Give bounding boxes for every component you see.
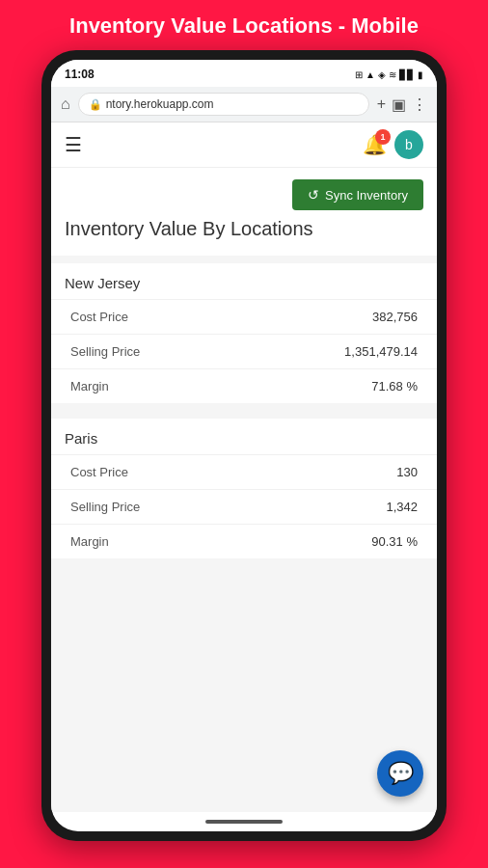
- data-row-nj-cost: Cost Price 382,756: [51, 299, 437, 334]
- data-row-nj-selling: Selling Price 1,351,479.14: [51, 334, 437, 368]
- margin-value-nj: 71.68 %: [371, 379, 418, 393]
- selling-price-label-paris: Selling Price: [70, 500, 140, 514]
- location-name-paris: Paris: [51, 419, 437, 454]
- hamburger-menu-icon[interactable]: ☰: [65, 133, 82, 156]
- lock-icon: 🔒: [89, 98, 102, 111]
- grid-icon: ⊞: [355, 69, 363, 80]
- data-row-paris-selling: Selling Price 1,342: [51, 489, 437, 524]
- cost-price-value-paris: 130: [396, 465, 418, 479]
- location-icon: ◈: [378, 69, 386, 80]
- home-indicator: [205, 820, 283, 824]
- notification-bell-wrapper: 🔔 1: [363, 133, 387, 156]
- location-section-nj: New Jersey Cost Price 382,756 Selling Pr…: [51, 263, 437, 403]
- home-browser-icon[interactable]: ⌂: [61, 95, 70, 113]
- data-row-paris-margin: Margin 90.31 %: [51, 524, 437, 558]
- page-heading: Inventory Value By Locations: [51, 218, 437, 256]
- status-bar: 11:08 ⊞ ▲ ◈ ≋ ▊▊ ▮: [51, 60, 437, 87]
- location-section-paris: Paris Cost Price 130 Selling Price 1,342…: [51, 419, 437, 558]
- sync-btn-row: ↺ Sync Inventory: [51, 168, 437, 218]
- battery-icon: ▮: [418, 69, 423, 80]
- wifi-icon: ▲: [366, 69, 375, 80]
- address-bar[interactable]: 🔒 ntory.herokuapp.com: [78, 93, 369, 116]
- app-header: ☰ 🔔 1 b: [51, 122, 437, 168]
- url-text: ntory.herokuapp.com: [106, 97, 214, 111]
- location-divider-bottom: [51, 566, 437, 643]
- fab-chat-button[interactable]: 💬: [377, 750, 423, 797]
- browser-actions: + ▣ ⋮: [377, 95, 427, 114]
- page-title: Inventory Value Locations - Mobile: [54, 0, 434, 50]
- browser-bar: ⌂ 🔒 ntory.herokuapp.com + ▣ ⋮: [51, 87, 437, 122]
- margin-label-nj: Margin: [70, 379, 109, 393]
- tab-count-icon[interactable]: ▣: [392, 95, 406, 114]
- sync-btn-label: Sync Inventory: [325, 188, 408, 203]
- content-card: ↺ Sync Inventory Inventory Value By Loca…: [51, 168, 437, 256]
- header-actions: 🔔 1 b: [363, 130, 423, 159]
- more-options-icon[interactable]: ⋮: [412, 95, 427, 114]
- signal-icon: ▊▊: [399, 69, 415, 80]
- margin-label-paris: Margin: [70, 534, 109, 549]
- phone-bottom-bar: [51, 812, 437, 831]
- status-time: 11:08: [65, 68, 95, 81]
- selling-price-label-nj: Selling Price: [70, 344, 140, 359]
- chat-icon: 💬: [388, 761, 414, 786]
- phone-wrapper: 11:08 ⊞ ▲ ◈ ≋ ▊▊ ▮ ⌂ 🔒 ntory.herokuapp.c…: [41, 50, 447, 841]
- data-row-nj-margin: Margin 71.68 %: [51, 368, 437, 403]
- location-divider-middle: [51, 411, 437, 419]
- phone-inner: 11:08 ⊞ ▲ ◈ ≋ ▊▊ ▮ ⌂ 🔒 ntory.herokuapp.c…: [51, 60, 437, 831]
- margin-value-paris: 90.31 %: [371, 534, 418, 549]
- avatar[interactable]: b: [394, 130, 423, 159]
- cost-price-value-nj: 382,756: [372, 310, 418, 324]
- sync-icon: ↺: [308, 187, 319, 203]
- cost-price-label-nj: Cost Price: [70, 310, 128, 324]
- cost-price-label-paris: Cost Price: [70, 465, 128, 479]
- add-tab-icon[interactable]: +: [377, 95, 386, 113]
- main-content: ↺ Sync Inventory Inventory Value By Loca…: [51, 168, 437, 812]
- nfc-icon: ≋: [389, 69, 396, 80]
- status-icons: ⊞ ▲ ◈ ≋ ▊▊ ▮: [355, 69, 423, 80]
- selling-price-value-paris: 1,342: [386, 500, 418, 514]
- data-row-paris-cost: Cost Price 130: [51, 454, 437, 489]
- location-name-nj: New Jersey: [51, 263, 437, 299]
- location-divider-top: [51, 256, 437, 263]
- selling-price-value-nj: 1,351,479.14: [344, 344, 418, 359]
- notification-badge: 1: [375, 129, 391, 145]
- sync-inventory-button[interactable]: ↺ Sync Inventory: [292, 179, 423, 210]
